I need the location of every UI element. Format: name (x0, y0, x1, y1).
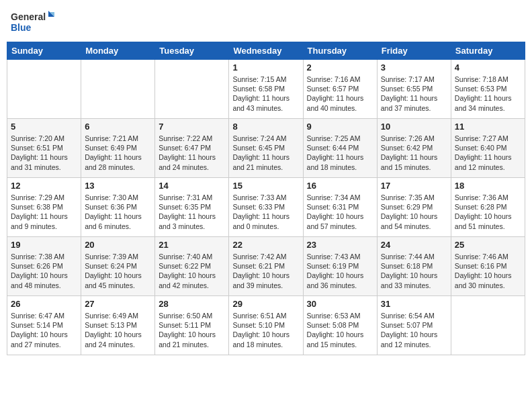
calendar-cell: 22Sunrise: 7:42 AM Sunset: 6:21 PM Dayli… (229, 237, 303, 296)
day-number: 4 (455, 62, 521, 73)
calendar-cell: 16Sunrise: 7:34 AM Sunset: 6:31 PM Dayli… (303, 178, 377, 237)
day-info: Sunrise: 7:26 AM Sunset: 6:42 PM Dayligh… (381, 134, 447, 172)
calendar-cell: 9Sunrise: 7:25 AM Sunset: 6:44 PM Daylig… (303, 119, 377, 178)
calendar-cell: 7Sunrise: 7:22 AM Sunset: 6:47 PM Daylig… (155, 119, 229, 178)
day-number: 5 (11, 122, 77, 132)
calendar-cell: 31Sunrise: 6:54 AM Sunset: 5:07 PM Dayli… (377, 296, 451, 355)
day-info: Sunrise: 7:35 AM Sunset: 6:29 PM Dayligh… (381, 193, 447, 231)
day-info: Sunrise: 7:25 AM Sunset: 6:44 PM Dayligh… (307, 134, 373, 172)
day-number: 31 (381, 299, 447, 309)
day-number: 25 (455, 240, 521, 250)
day-info: Sunrise: 6:49 AM Sunset: 5:13 PM Dayligh… (85, 311, 151, 349)
day-number: 29 (232, 299, 299, 309)
day-info: Sunrise: 7:16 AM Sunset: 6:57 PM Dayligh… (307, 75, 373, 113)
logo: General Blue (11, 9, 58, 34)
day-info: Sunrise: 7:21 AM Sunset: 6:49 PM Dayligh… (85, 134, 151, 172)
day-number: 21 (159, 240, 225, 250)
calendar-table: SundayMondayTuesdayWednesdayThursdayFrid… (7, 42, 525, 355)
day-number: 13 (85, 181, 151, 191)
calendar-cell: 15Sunrise: 7:33 AM Sunset: 6:33 PM Dayli… (229, 178, 303, 237)
calendar-cell: 21Sunrise: 7:40 AM Sunset: 6:22 PM Dayli… (155, 237, 229, 296)
calendar-cell (451, 296, 525, 355)
day-number: 7 (159, 122, 225, 132)
day-info: Sunrise: 7:33 AM Sunset: 6:33 PM Dayligh… (232, 193, 299, 231)
calendar-cell: 6Sunrise: 7:21 AM Sunset: 6:49 PM Daylig… (81, 119, 155, 178)
calendar-cell (81, 60, 155, 119)
day-number: 24 (381, 240, 447, 250)
day-number: 23 (307, 240, 373, 250)
weekday-header: Friday (377, 42, 451, 60)
day-info: Sunrise: 7:36 AM Sunset: 6:28 PM Dayligh… (455, 193, 521, 231)
calendar-cell: 5Sunrise: 7:20 AM Sunset: 6:51 PM Daylig… (7, 119, 81, 178)
day-info: Sunrise: 7:46 AM Sunset: 6:16 PM Dayligh… (455, 252, 521, 290)
calendar-cell: 23Sunrise: 7:43 AM Sunset: 6:19 PM Dayli… (303, 237, 377, 296)
calendar-week-row: 1Sunrise: 7:15 AM Sunset: 6:58 PM Daylig… (7, 60, 525, 119)
day-number: 12 (11, 181, 77, 191)
weekday-header-row: SundayMondayTuesdayWednesdayThursdayFrid… (7, 42, 525, 60)
calendar-cell: 25Sunrise: 7:46 AM Sunset: 6:16 PM Dayli… (451, 237, 525, 296)
day-info: Sunrise: 7:39 AM Sunset: 6:24 PM Dayligh… (85, 252, 151, 290)
day-number: 14 (159, 181, 225, 191)
day-info: Sunrise: 7:43 AM Sunset: 6:19 PM Dayligh… (307, 252, 373, 290)
weekday-header: Saturday (451, 42, 525, 60)
weekday-header: Thursday (303, 42, 377, 60)
calendar-cell: 28Sunrise: 6:50 AM Sunset: 5:11 PM Dayli… (155, 296, 229, 355)
calendar-cell: 19Sunrise: 7:38 AM Sunset: 6:26 PM Dayli… (7, 237, 81, 296)
day-info: Sunrise: 7:42 AM Sunset: 6:21 PM Dayligh… (232, 252, 299, 290)
calendar-cell: 1Sunrise: 7:15 AM Sunset: 6:58 PM Daylig… (229, 60, 303, 119)
day-info: Sunrise: 7:30 AM Sunset: 6:36 PM Dayligh… (85, 193, 151, 231)
day-number: 2 (307, 62, 373, 73)
calendar-cell: 12Sunrise: 7:29 AM Sunset: 6:38 PM Dayli… (7, 178, 81, 237)
calendar-cell: 29Sunrise: 6:51 AM Sunset: 5:10 PM Dayli… (229, 296, 303, 355)
day-info: Sunrise: 6:53 AM Sunset: 5:08 PM Dayligh… (307, 311, 373, 349)
day-info: Sunrise: 7:17 AM Sunset: 6:55 PM Dayligh… (381, 75, 447, 113)
calendar-cell: 30Sunrise: 6:53 AM Sunset: 5:08 PM Dayli… (303, 296, 377, 355)
day-info: Sunrise: 7:27 AM Sunset: 6:40 PM Dayligh… (455, 134, 521, 172)
weekday-header: Monday (81, 42, 155, 60)
calendar-cell: 17Sunrise: 7:35 AM Sunset: 6:29 PM Dayli… (377, 178, 451, 237)
page-header: General Blue (7, 7, 525, 36)
day-info: Sunrise: 7:29 AM Sunset: 6:38 PM Dayligh… (11, 193, 77, 231)
day-number: 3 (381, 62, 447, 73)
day-number: 16 (307, 181, 373, 191)
calendar-cell (7, 60, 81, 119)
calendar-cell (155, 60, 229, 119)
svg-text:Blue: Blue (11, 22, 32, 33)
weekday-header: Wednesday (229, 42, 303, 60)
day-number: 17 (381, 181, 447, 191)
day-number: 22 (232, 240, 299, 250)
calendar-cell: 11Sunrise: 7:27 AM Sunset: 6:40 PM Dayli… (451, 119, 525, 178)
calendar-week-row: 19Sunrise: 7:38 AM Sunset: 6:26 PM Dayli… (7, 237, 525, 296)
calendar-cell: 27Sunrise: 6:49 AM Sunset: 5:13 PM Dayli… (81, 296, 155, 355)
day-info: Sunrise: 7:20 AM Sunset: 6:51 PM Dayligh… (11, 134, 77, 172)
calendar-cell: 3Sunrise: 7:17 AM Sunset: 6:55 PM Daylig… (377, 60, 451, 119)
day-number: 18 (455, 181, 521, 191)
day-number: 10 (381, 122, 447, 132)
day-number: 11 (455, 122, 521, 132)
logo-svg: General Blue (11, 9, 58, 34)
day-info: Sunrise: 7:22 AM Sunset: 6:47 PM Dayligh… (159, 134, 225, 172)
day-number: 8 (232, 122, 299, 132)
day-info: Sunrise: 6:51 AM Sunset: 5:10 PM Dayligh… (232, 311, 299, 349)
calendar-cell: 14Sunrise: 7:31 AM Sunset: 6:35 PM Dayli… (155, 178, 229, 237)
day-info: Sunrise: 7:24 AM Sunset: 6:45 PM Dayligh… (232, 134, 299, 172)
day-number: 27 (85, 299, 151, 309)
day-number: 9 (307, 122, 373, 132)
day-number: 6 (85, 122, 151, 132)
day-info: Sunrise: 7:44 AM Sunset: 6:18 PM Dayligh… (381, 252, 447, 290)
calendar-cell: 2Sunrise: 7:16 AM Sunset: 6:57 PM Daylig… (303, 60, 377, 119)
day-number: 26 (11, 299, 77, 309)
calendar-cell: 10Sunrise: 7:26 AM Sunset: 6:42 PM Dayli… (377, 119, 451, 178)
day-number: 28 (159, 299, 225, 309)
day-info: Sunrise: 7:40 AM Sunset: 6:22 PM Dayligh… (159, 252, 225, 290)
calendar-cell: 13Sunrise: 7:30 AM Sunset: 6:36 PM Dayli… (81, 178, 155, 237)
day-info: Sunrise: 7:15 AM Sunset: 6:58 PM Dayligh… (232, 75, 299, 113)
calendar-cell: 24Sunrise: 7:44 AM Sunset: 6:18 PM Dayli… (377, 237, 451, 296)
day-info: Sunrise: 7:34 AM Sunset: 6:31 PM Dayligh… (307, 193, 373, 231)
day-number: 30 (307, 299, 373, 309)
day-info: Sunrise: 7:18 AM Sunset: 6:53 PM Dayligh… (455, 75, 521, 113)
day-info: Sunrise: 6:50 AM Sunset: 5:11 PM Dayligh… (159, 311, 225, 349)
calendar-cell: 20Sunrise: 7:39 AM Sunset: 6:24 PM Dayli… (81, 237, 155, 296)
weekday-header: Tuesday (155, 42, 229, 60)
day-info: Sunrise: 7:31 AM Sunset: 6:35 PM Dayligh… (159, 193, 225, 231)
